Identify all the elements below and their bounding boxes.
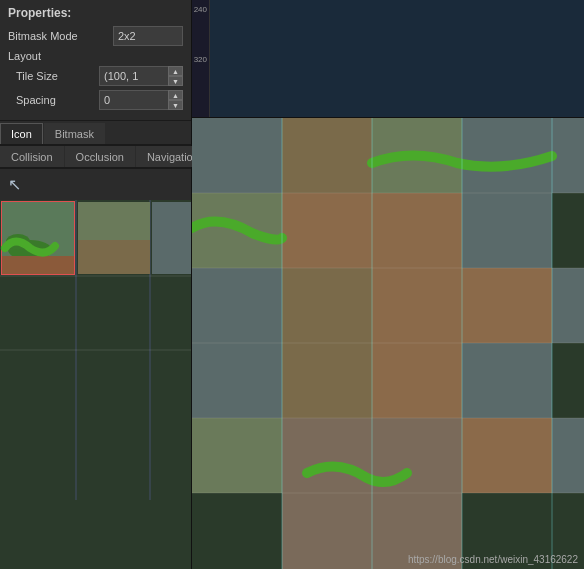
- spacing-label: Spacing: [16, 94, 99, 106]
- spacing-up[interactable]: ▲: [168, 90, 183, 100]
- tabs-row-2: Collision Occlusion Navigation Priority: [0, 146, 191, 169]
- bitmask-mode-select[interactable]: 2x2 3x3: [113, 26, 183, 46]
- preview-canvas: [210, 0, 584, 117]
- preview-area: 240 320: [192, 0, 584, 118]
- spacing-spinner: ▲ ▼: [168, 90, 183, 110]
- tabs-row: Icon Bitmask: [0, 121, 191, 146]
- tilemap-svg: [192, 118, 584, 569]
- tile-size-row: Tile Size ▲ ▼: [8, 66, 183, 86]
- ruler-mark-240: 240: [194, 5, 207, 14]
- svg-rect-37: [282, 493, 372, 569]
- app-container: Properties: Bitmask Mode 2x2 3x3 Layout …: [0, 0, 584, 569]
- tab-icon[interactable]: Icon: [0, 123, 43, 144]
- editor-area[interactable]: https://blog.csdn.net/weixin_43162622: [192, 118, 584, 569]
- svg-rect-28: [192, 343, 282, 418]
- svg-rect-27: [552, 268, 584, 343]
- properties-section: Properties: Bitmask Mode 2x2 3x3 Layout …: [0, 0, 191, 121]
- cursor-tool-icon[interactable]: ↖: [8, 176, 21, 193]
- spacing-input[interactable]: [99, 90, 169, 110]
- svg-rect-12: [152, 202, 191, 274]
- bitmask-mode-row: Bitmask Mode 2x2 3x3: [8, 26, 183, 46]
- svg-rect-25: [372, 268, 462, 343]
- svg-rect-26: [462, 268, 552, 343]
- tab-occlusion[interactable]: Occlusion: [65, 146, 135, 167]
- svg-rect-33: [282, 418, 372, 493]
- svg-rect-38: [372, 493, 462, 569]
- svg-rect-21: [372, 193, 462, 268]
- tile-size-value-group: ▲ ▼: [99, 66, 183, 86]
- ruler-vertical: 240 320: [192, 0, 210, 117]
- svg-rect-22: [462, 193, 552, 268]
- spacing-value-group: ▲ ▼: [99, 90, 183, 110]
- svg-rect-29: [282, 343, 372, 418]
- svg-rect-23: [192, 268, 282, 343]
- tab-collision[interactable]: Collision: [0, 146, 64, 167]
- svg-rect-14: [192, 118, 282, 193]
- svg-rect-30: [372, 343, 462, 418]
- tile-size-input[interactable]: [99, 66, 169, 86]
- left-sidebar: Properties: Bitmask Mode 2x2 3x3 Layout …: [0, 0, 192, 569]
- svg-rect-5: [2, 256, 74, 274]
- tool-area: ↖: [0, 169, 191, 200]
- tile-size-label: Tile Size: [16, 70, 99, 82]
- tile-size-up[interactable]: ▲: [168, 66, 183, 76]
- svg-rect-36: [552, 418, 584, 493]
- layout-label: Layout: [8, 50, 183, 62]
- svg-rect-11: [78, 240, 150, 274]
- properties-title: Properties:: [8, 6, 183, 20]
- svg-rect-24: [282, 268, 372, 343]
- ruler-mark-320: 320: [194, 55, 207, 64]
- svg-rect-31: [462, 343, 552, 418]
- tile-size-spinner: ▲ ▼: [168, 66, 183, 86]
- svg-rect-35: [462, 418, 552, 493]
- tile-grid-svg: [0, 200, 191, 569]
- bitmask-mode-value: 2x2 3x3: [113, 26, 183, 46]
- svg-rect-20: [282, 193, 372, 268]
- spacing-row: Spacing ▲ ▼: [8, 90, 183, 110]
- svg-rect-32: [192, 418, 282, 493]
- right-area: 240 320: [192, 0, 584, 569]
- tile-panel: [0, 200, 191, 569]
- svg-rect-15: [282, 118, 372, 193]
- tab-bitmask[interactable]: Bitmask: [44, 123, 105, 144]
- tile-size-down[interactable]: ▼: [168, 76, 183, 86]
- bitmask-mode-label: Bitmask Mode: [8, 30, 113, 42]
- spacing-down[interactable]: ▼: [168, 100, 183, 110]
